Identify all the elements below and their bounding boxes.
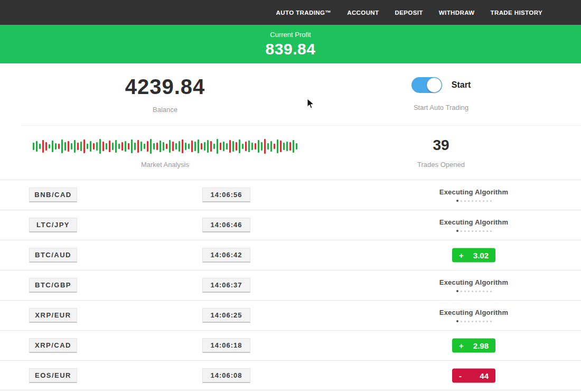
market-bar xyxy=(251,143,253,150)
trades-opened-cell: 39 Trades Opened xyxy=(330,126,552,180)
trade-status: +3.02 xyxy=(413,248,535,263)
market-bar xyxy=(179,141,180,152)
trades-opened-value: 39 xyxy=(433,137,449,154)
market-bar xyxy=(172,142,174,151)
auto-trading-toggle[interactable] xyxy=(411,77,442,93)
market-bar xyxy=(239,139,240,153)
trade-row-xrp-cad: XRP/CAD14:06:18+2.98 xyxy=(0,330,581,360)
pair-chip: BNB/CAD xyxy=(29,188,77,202)
market-bar xyxy=(188,144,190,149)
executing-label: Executing Algorithm xyxy=(413,278,535,286)
toggle-knob-icon xyxy=(427,78,442,92)
market-bar xyxy=(245,142,247,151)
progress-dot xyxy=(464,230,466,232)
market-bar xyxy=(93,143,95,150)
trade-status: Executing Algorithm xyxy=(413,188,535,202)
progress-dots xyxy=(413,230,535,232)
market-bar xyxy=(175,143,177,150)
progress-dot xyxy=(479,291,481,292)
market-bar xyxy=(99,139,101,154)
trade-status: Executing Algorithm xyxy=(413,218,535,232)
market-bar xyxy=(232,141,234,152)
progress-dot xyxy=(456,230,458,232)
current-profit-label: Current Profit xyxy=(270,31,311,39)
market-bar xyxy=(286,142,288,151)
executing-label: Executing Algorithm xyxy=(413,188,535,196)
market-bar xyxy=(267,143,269,150)
market-bar xyxy=(248,141,250,152)
market-bar xyxy=(283,143,285,150)
trade-row-bnb-cad: BNB/CAD14:06:56Executing Algorithm xyxy=(0,180,581,210)
pair-chip: XRP/EUR xyxy=(29,308,77,323)
market-bar xyxy=(90,141,91,152)
progress-dot xyxy=(475,291,477,292)
market-bar xyxy=(194,142,196,151)
trade-status: Executing Algorithm xyxy=(413,278,535,292)
time-chip: 14:06:18 xyxy=(202,338,250,353)
market-bar xyxy=(33,143,34,150)
market-bar xyxy=(87,144,88,149)
market-bar xyxy=(45,142,47,151)
progress-dots xyxy=(413,290,535,292)
market-bar xyxy=(156,143,158,150)
progress-dot xyxy=(461,230,462,232)
progress-dot xyxy=(464,291,466,292)
market-bar xyxy=(204,142,205,151)
market-bar xyxy=(220,143,221,150)
executing-label: Executing Algorithm xyxy=(413,218,535,226)
market-bar xyxy=(112,143,114,150)
market-bar xyxy=(223,142,224,151)
time-chip: 14:06:42 xyxy=(202,248,250,263)
progress-dot xyxy=(486,321,488,322)
market-analysis-chart xyxy=(33,137,297,155)
progress-dot xyxy=(479,230,481,232)
market-bar xyxy=(277,139,278,153)
trade-row-ltc-jpy: LTC/JPY14:06:46Executing Algorithm xyxy=(0,210,581,240)
market-bar xyxy=(131,139,133,153)
balance-cell: 4239.84 Balance xyxy=(0,63,330,125)
nav-item-auto-trading[interactable]: AUTO TRADING™ xyxy=(276,10,332,16)
market-bar xyxy=(226,143,228,150)
progress-dots xyxy=(413,200,535,202)
market-bar xyxy=(182,139,183,153)
progress-dot xyxy=(483,291,484,292)
nav-item-trade-history[interactable]: TRADE HISTORY xyxy=(491,10,543,16)
time-chip: 14:06:56 xyxy=(202,188,250,202)
time-chip: 14:06:37 xyxy=(202,278,250,293)
market-bar xyxy=(169,140,171,153)
progress-dot xyxy=(475,230,477,232)
progress-dot xyxy=(456,200,458,202)
pair-chip: BTC/AUD xyxy=(29,248,77,263)
nav-item-account[interactable]: ACCOUNT xyxy=(347,10,379,16)
trades-list: BNB/CAD14:06:56Executing AlgorithmLTC/JP… xyxy=(0,180,581,390)
progress-dot xyxy=(468,321,470,322)
progress-dot xyxy=(483,200,484,202)
nav-item-deposit[interactable]: DEPOSIT xyxy=(395,10,423,16)
market-analysis-cell: Market Analysis xyxy=(0,126,330,180)
market-bar xyxy=(42,140,44,153)
nav-item-withdraw[interactable]: WITHDRAW xyxy=(439,10,475,16)
market-bar xyxy=(255,143,256,150)
market-bar xyxy=(125,141,126,152)
market-bar xyxy=(61,139,63,153)
progress-dot xyxy=(479,321,481,322)
progress-dot xyxy=(468,230,470,232)
progress-dot xyxy=(472,321,473,322)
market-bar xyxy=(280,141,282,152)
market-bar xyxy=(134,143,136,150)
market-bar xyxy=(153,143,155,150)
market-section: Market Analysis 39 Trades Opened xyxy=(0,126,581,180)
trade-row-btc-aud: BTC/AUD14:06:42+3.02 xyxy=(0,240,581,270)
trade-row-eos-eur: EOS/EUR14:06:08-44 xyxy=(0,360,581,390)
market-bar xyxy=(274,144,275,149)
market-bar xyxy=(236,142,237,151)
balance-value: 4239.84 xyxy=(125,75,205,99)
market-bar xyxy=(68,141,69,152)
toggle-label: Start xyxy=(452,80,471,90)
current-profit-banner: Current Profit 839.84 xyxy=(0,25,581,63)
market-bar xyxy=(36,141,38,152)
market-bar xyxy=(64,142,66,151)
trade-row-btc-gbp: BTC/GBP14:06:37Executing Algorithm xyxy=(0,270,581,300)
market-bar xyxy=(77,143,79,150)
badge-value: 44 xyxy=(480,371,489,380)
